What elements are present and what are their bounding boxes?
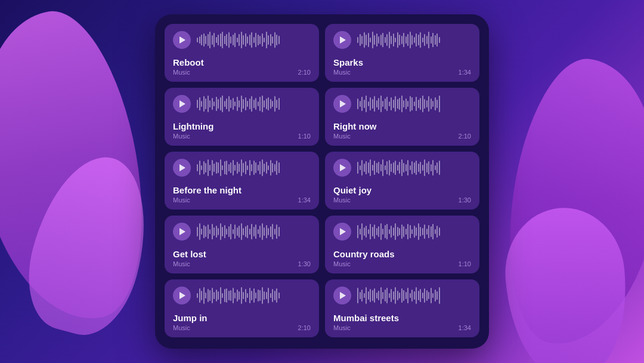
music-card-2[interactable]: Sparks Music 1:34 [325,24,479,82]
waveform-bar [258,290,259,302]
waveform-bar [203,33,205,47]
waveform-bar [378,36,379,44]
track-duration: 1:34 [298,196,311,204]
waveform-bar [228,164,230,171]
music-card-1[interactable]: Reboot Music 2:10 [165,24,319,82]
waveform-bar [426,36,428,44]
waveform-bar [370,159,371,176]
waveform-bar [364,227,365,236]
waveform-bar [382,159,383,176]
waveform-bar [431,288,432,303]
waveform-bar [247,36,248,44]
waveform-bar [278,98,280,110]
waveform-bar [439,37,440,43]
play-button[interactable] [173,31,191,49]
waveform-bar [397,32,398,48]
waveform-bar [255,98,256,110]
waveform-bar [205,226,206,237]
play-button[interactable] [173,95,191,113]
card-info: Reboot Music [173,57,204,76]
waveform-bar [241,223,242,240]
music-card-3[interactable]: Lightning Music 1:10 [165,88,319,146]
card-top [173,159,311,177]
waveform-bar [255,33,256,47]
waveform-bar [201,229,202,235]
waveform-bar [386,161,388,174]
waveform-bar [208,289,209,302]
waveform-bar [278,293,280,299]
waveform-bar [237,97,238,111]
waveform-bar [364,100,365,108]
track-title: Quiet joy [333,185,371,195]
waveform-bar [203,161,205,174]
waveform-bar [216,226,217,238]
waveform-bar [247,293,248,298]
waveform-bar [410,96,411,112]
music-card-10[interactable]: Mumbai streets Music 1:34 [325,279,479,337]
waveform-bar [418,164,419,172]
waveform-bar [414,37,415,43]
play-button[interactable] [333,31,351,49]
waveform-bar [212,160,213,176]
waveform-bar [224,225,225,238]
play-icon [179,36,185,44]
track-subtitle: Music [173,260,206,267]
play-button[interactable] [333,223,351,241]
waveform-bar [220,33,221,47]
waveform-bar [382,101,383,107]
waveform-bar [208,96,209,112]
waveform-bar [253,37,255,43]
waveform-bar [199,161,200,175]
waveform-bar [432,293,434,298]
waveform-bar [391,289,392,302]
waveform-bar [382,33,383,47]
waveform-bar [370,97,371,110]
waveform-bar [405,36,407,44]
waveform-bar [380,164,382,171]
play-button[interactable] [333,159,351,177]
play-button[interactable] [333,95,351,113]
waveform-bar [270,99,271,109]
play-button[interactable] [173,159,191,177]
waveform-bar [197,164,198,171]
waveform-bar [439,96,440,112]
waveform-bar [428,225,429,238]
waveform-bar [418,100,419,108]
waveform-bar [243,292,244,299]
waveform-bar [374,35,375,45]
waveform-bar [264,291,265,300]
waveform-bar [405,292,407,299]
music-card-4[interactable]: Right now Music 2:10 [325,88,479,146]
waveform-bar [382,292,383,299]
waveform-bar [243,163,244,173]
waveform-bar [389,293,390,298]
waveform-bar [233,35,234,45]
music-card-6[interactable]: Quiet joy Music 1:30 [325,152,479,210]
play-button[interactable] [173,223,191,241]
waveform-bar [439,161,440,175]
waveform [197,32,311,48]
play-icon [179,164,185,171]
play-button[interactable] [333,287,351,304]
card-bottom: Jump in Music 2:10 [173,313,311,331]
waveform-bar [245,161,246,174]
waveform-bar [401,224,402,239]
waveform-bar [411,229,413,234]
waveform-bar [393,33,394,47]
music-card-5[interactable]: Before the night Music 1:34 [165,152,319,210]
card-bottom: Reboot Music 2:10 [173,57,311,76]
waveform-bar [424,34,425,46]
waveform-bar [420,227,421,236]
music-card-8[interactable]: Country roads Music 1:10 [325,216,479,273]
music-card-9[interactable]: Jump in Music 2:10 [165,279,319,337]
card-bottom: Before the night Music 1:34 [173,185,311,204]
waveform-bar [385,99,386,109]
waveform-bar [249,288,250,303]
waveform-bar [213,101,215,106]
waveform-bar [403,226,404,237]
waveform-bar [424,224,425,239]
play-button[interactable] [173,287,191,304]
waveform-bar [357,37,358,43]
music-card-7[interactable]: Get lost Music 1:30 [165,216,319,273]
waveform-bar [380,35,382,45]
